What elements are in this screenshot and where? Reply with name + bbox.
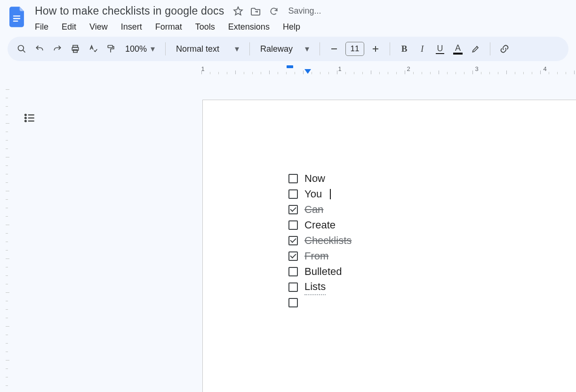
ruler-number: 3 (475, 65, 478, 72)
checklist-text[interactable]: Now (304, 171, 325, 186)
document-title[interactable]: How to make checklists in google docs (33, 4, 226, 18)
zoom-value: 100% (125, 44, 147, 54)
svg-rect-2 (13, 21, 18, 22)
menu-extensions[interactable]: Extensions (228, 22, 270, 32)
zoom-dropdown[interactable]: 100% ▾ (121, 41, 159, 56)
checklist-text[interactable]: From (304, 248, 328, 264)
checkbox-icon[interactable] (288, 174, 298, 183)
checklist-item[interactable]: You (288, 186, 352, 202)
fontsize-input[interactable] (345, 42, 364, 56)
checklist[interactable]: NowYouCanCreateChecklistsFromBulletedLis… (288, 171, 352, 310)
checklist-item[interactable]: Can (288, 202, 352, 217)
menu-format[interactable]: Format (155, 22, 182, 32)
checklist-item[interactable] (288, 295, 352, 310)
svg-rect-0 (13, 16, 20, 16)
checklist-item[interactable]: Create (288, 217, 352, 233)
svg-point-12 (25, 118, 26, 119)
toolbar-separator (490, 42, 490, 55)
docs-logo[interactable] (8, 4, 27, 30)
print-icon[interactable] (68, 41, 83, 56)
caret-down-icon: ▾ (235, 44, 239, 54)
svg-point-3 (18, 46, 24, 51)
checkbox-icon[interactable] (288, 282, 298, 292)
svg-rect-7 (108, 46, 112, 48)
italic-button[interactable]: I (415, 41, 430, 56)
ruler-number: 4 (543, 65, 546, 72)
toolbar-separator (165, 42, 166, 55)
toolbar-separator (249, 42, 250, 55)
menu-file[interactable]: File (35, 22, 48, 32)
svg-rect-10 (375, 46, 376, 52)
move-folder-icon[interactable] (250, 6, 262, 17)
spellcheck-icon[interactable] (86, 41, 101, 56)
checklist-text[interactable]: You (304, 186, 322, 202)
checklist-item[interactable]: Bulleted (288, 264, 352, 279)
caret-down-icon: ▾ (151, 44, 155, 54)
decrease-fontsize-button[interactable] (327, 41, 342, 56)
svg-rect-8 (331, 48, 337, 49)
toolbar-separator (320, 42, 320, 55)
paragraph-style-dropdown[interactable]: Normal text ▾ (172, 41, 243, 56)
checklist-text[interactable]: Can (304, 202, 323, 217)
highlight-color-button[interactable] (468, 41, 483, 56)
menu-tools[interactable]: Tools (195, 22, 215, 32)
undo-icon[interactable] (32, 41, 47, 56)
toolbar-separator (390, 42, 390, 55)
checklist-text[interactable]: Checklists (304, 233, 352, 248)
insert-link-button[interactable] (497, 41, 512, 56)
bold-button[interactable]: B (397, 41, 412, 56)
underline-button[interactable]: U (432, 41, 448, 56)
document-page[interactable]: NowYouCanCreateChecklistsFromBulletedLis… (202, 100, 576, 392)
checkbox-icon[interactable] (288, 236, 298, 245)
paragraph-style-value: Normal text (176, 44, 219, 54)
menubar: File Edit View Insert Format Tools Exten… (33, 19, 321, 37)
redo-icon[interactable] (50, 41, 65, 56)
checklist-text[interactable]: Lists (304, 279, 326, 295)
search-icon[interactable] (14, 41, 29, 56)
svg-rect-1 (13, 18, 20, 19)
save-status: Saving... (288, 6, 321, 16)
svg-point-13 (25, 120, 26, 122)
document-outline-icon[interactable] (22, 110, 38, 126)
checkbox-icon[interactable] (288, 205, 298, 214)
svg-point-11 (25, 114, 26, 116)
caret-down-icon: ▾ (305, 44, 309, 54)
checklist-text[interactable]: Create (304, 217, 336, 233)
menu-help[interactable]: Help (283, 22, 300, 32)
vertical-ruler[interactable] (4, 89, 12, 392)
sync-icon (268, 6, 280, 17)
checkbox-icon[interactable] (288, 251, 298, 261)
checkbox-icon[interactable] (288, 220, 298, 230)
checklist-text[interactable]: Bulleted (304, 264, 342, 279)
star-icon[interactable] (232, 6, 244, 17)
text-color-button[interactable]: A (450, 41, 465, 56)
checklist-item[interactable]: From (288, 248, 352, 264)
paint-format-icon[interactable] (104, 41, 119, 56)
checklist-item[interactable]: Lists (288, 279, 352, 295)
checkbox-icon[interactable] (288, 189, 298, 199)
ruler-number: 2 (407, 65, 410, 72)
font-dropdown[interactable]: Raleway ▾ (256, 41, 313, 56)
checklist-item[interactable]: Checklists (288, 233, 352, 248)
menu-view[interactable]: View (89, 22, 108, 32)
checkbox-icon[interactable] (288, 298, 298, 307)
menu-edit[interactable]: Edit (62, 22, 76, 32)
ruler-number: 1 (338, 65, 341, 72)
checklist-item[interactable]: Now (288, 171, 352, 186)
checkbox-icon[interactable] (288, 267, 298, 276)
increase-fontsize-button[interactable] (368, 41, 383, 56)
text-cursor (330, 189, 331, 199)
horizontal-ruler[interactable]: 11234 (4, 67, 576, 75)
font-value: Raleway (260, 44, 293, 54)
menu-insert[interactable]: Insert (121, 22, 142, 32)
toolbar: 100% ▾ Normal text ▾ Raleway ▾ B I U A (8, 37, 568, 61)
